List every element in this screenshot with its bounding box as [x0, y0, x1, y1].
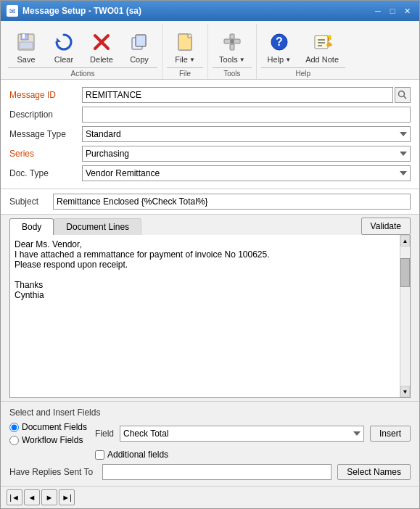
- have-replies-input[interactable]: [102, 464, 332, 480]
- workflow-fields-radio[interactable]: [9, 436, 19, 445]
- clear-icon: [52, 30, 75, 54]
- message-type-label: Message Type: [9, 129, 82, 139]
- additional-fields-label[interactable]: Additional fields: [95, 450, 168, 460]
- delete-label: Delete: [90, 55, 113, 64]
- toolbar-group-file: File ▼ File: [162, 24, 208, 79]
- svg-rect-2: [22, 34, 25, 38]
- help-group-label: Help: [261, 67, 345, 79]
- copy-button[interactable]: Copy: [121, 27, 157, 67]
- file-icon: [173, 30, 197, 54]
- main-window: ✉ Message Setup - TWO01 (sa) ─ □ ✕: [0, 0, 420, 509]
- svg-rect-17: [315, 36, 328, 49]
- addnote-button[interactable]: Add Note: [299, 27, 345, 67]
- tab-document-lines[interactable]: Document Lines: [54, 218, 141, 235]
- maximize-button[interactable]: □: [386, 5, 399, 17]
- help-icon: ?: [268, 30, 291, 54]
- scroll-down-arrow[interactable]: ▼: [400, 386, 410, 397]
- scroll-thumb[interactable]: [400, 258, 410, 287]
- toolbar-group-actions: Save Clear: [4, 24, 162, 79]
- file-label: File ▼: [175, 55, 195, 64]
- help-button[interactable]: ? Help ▼: [261, 27, 298, 67]
- nav-last-button[interactable]: ►|: [59, 489, 75, 505]
- additional-fields-row: Additional fields: [95, 450, 411, 460]
- message-id-field-container: [82, 87, 411, 103]
- doc-type-select[interactable]: Vendor Remittance Customer Invoice: [82, 165, 411, 181]
- body-textarea[interactable]: Dear Ms. Vendor, I have attached a remma…: [10, 235, 400, 397]
- have-replies-label: Have Replies Sent To: [9, 467, 96, 477]
- close-button[interactable]: ✕: [400, 5, 413, 17]
- help-label: Help ▼: [268, 55, 292, 64]
- svg-rect-3: [20, 42, 33, 49]
- subject-input[interactable]: [53, 194, 411, 210]
- svg-text:?: ?: [276, 36, 283, 48]
- nav-prev-button[interactable]: ◄: [24, 489, 40, 505]
- save-button[interactable]: Save: [8, 27, 44, 67]
- body-scrollbar: ▲ ▼: [400, 235, 410, 397]
- additional-fields-text: Additional fields: [107, 450, 168, 460]
- clear-label: Clear: [54, 55, 73, 64]
- select-insert-title: Select and Insert Fields: [9, 407, 411, 418]
- doc-type-label: Doc. Type: [9, 168, 82, 178]
- document-fields-radio-label[interactable]: Document Fields: [9, 422, 89, 432]
- message-id-input[interactable]: [82, 87, 393, 103]
- tabs-row: Body Document Lines Validate: [1, 215, 419, 235]
- message-id-label: Message ID: [9, 90, 82, 100]
- nav-next-button[interactable]: ►: [41, 489, 57, 505]
- app-icon: ✉: [7, 5, 18, 17]
- delete-icon: [90, 30, 113, 54]
- svg-rect-14: [230, 44, 234, 50]
- additional-fields-checkbox[interactable]: [95, 450, 104, 460]
- description-row: Description: [9, 107, 411, 123]
- document-fields-radio[interactable]: [9, 423, 19, 432]
- field-select[interactable]: Check Total Invoice Number Vendor Name P…: [120, 426, 364, 442]
- copy-icon: [128, 30, 151, 54]
- file-group-label: File: [167, 67, 203, 79]
- radio-group: Document Fields Workflow Fields: [9, 422, 89, 445]
- delete-button[interactable]: Delete: [83, 27, 120, 67]
- description-label: Description: [9, 109, 82, 120]
- tools-group-label: Tools: [213, 67, 252, 79]
- copy-label: Copy: [130, 55, 149, 64]
- subject-label: Subject: [9, 196, 46, 207]
- document-fields-label: Document Fields: [22, 422, 87, 432]
- workflow-fields-label: Workflow Fields: [22, 435, 83, 445]
- scroll-up-arrow[interactable]: ▲: [400, 235, 410, 247]
- series-row: Series Purchasing Sales Inventory: [9, 146, 411, 162]
- title-bar-left: ✉ Message Setup - TWO01 (sa): [7, 5, 141, 17]
- window-title: Message Setup - TWO01 (sa): [22, 6, 141, 16]
- tools-button[interactable]: Tools ▼: [213, 27, 252, 67]
- insert-row: Document Fields Workflow Fields Field Ch…: [9, 422, 411, 445]
- addnote-icon: [310, 30, 334, 54]
- field-label: Field: [95, 429, 114, 439]
- select-names-button[interactable]: Select Names: [337, 464, 411, 480]
- bottom-panel: Select and Insert Fields Document Fields…: [1, 401, 419, 486]
- description-input[interactable]: [82, 107, 411, 123]
- file-button[interactable]: File ▼: [167, 27, 203, 67]
- body-content-area: Dear Ms. Vendor, I have attached a remma…: [1, 235, 419, 401]
- message-type-select[interactable]: Standard HTML: [82, 126, 411, 142]
- insert-button[interactable]: Insert: [370, 426, 411, 442]
- doc-type-row: Doc. Type Vendor Remittance Customer Inv…: [9, 165, 411, 181]
- svg-marker-4: [57, 38, 61, 42]
- workflow-fields-radio-label[interactable]: Workflow Fields: [9, 435, 89, 445]
- svg-line-25: [404, 96, 407, 99]
- save-label: Save: [17, 55, 35, 64]
- navigation-bar: |◄ ◄ ► ►|: [1, 486, 419, 508]
- validate-button[interactable]: Validate: [361, 218, 411, 235]
- svg-point-24: [399, 91, 405, 97]
- minimize-button[interactable]: ─: [371, 5, 384, 17]
- clear-button[interactable]: Clear: [46, 27, 82, 67]
- series-label: Series: [9, 149, 82, 159]
- tab-body[interactable]: Body: [9, 218, 54, 235]
- toolbar-group-tools: Tools ▼ Tools: [208, 24, 257, 79]
- save-icon: [15, 30, 38, 54]
- series-select[interactable]: Purchasing Sales Inventory: [82, 146, 411, 162]
- svg-rect-8: [136, 35, 146, 46]
- window-controls: ─ □ ✕: [371, 5, 413, 17]
- toolbar-group-help: ? Help ▼: [257, 24, 350, 79]
- message-id-row: Message ID: [9, 87, 411, 103]
- message-id-search-button[interactable]: [395, 87, 411, 103]
- nav-first-button[interactable]: |◄: [7, 489, 22, 505]
- form-area: Message ID Description Message Type Stan…: [1, 80, 419, 189]
- have-replies-row: Have Replies Sent To Select Names: [9, 464, 411, 480]
